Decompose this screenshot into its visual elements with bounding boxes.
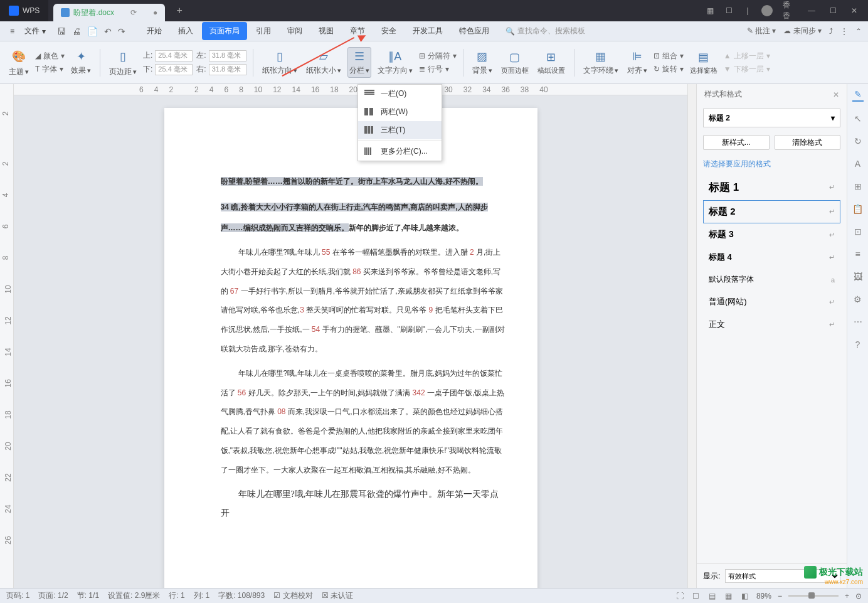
- more-tools-icon[interactable]: ⋯: [852, 316, 864, 328]
- zoom-out-icon[interactable]: −: [778, 592, 782, 600]
- help-icon[interactable]: ?: [852, 339, 864, 350]
- top-input[interactable]: [155, 50, 193, 61]
- right-input[interactable]: [209, 64, 246, 75]
- tab-special[interactable]: 特色应用: [452, 22, 497, 40]
- menu-icon[interactable]: ≡: [6, 24, 18, 38]
- user-avatar[interactable]: [761, 5, 773, 16]
- group-button[interactable]: ⊡ 组合 ▾: [654, 51, 684, 61]
- border-button[interactable]: ▢页面边框: [499, 50, 531, 75]
- close-button[interactable]: ✕: [849, 6, 859, 15]
- two-column[interactable]: 两栏(W): [358, 103, 442, 121]
- zoom-in-icon[interactable]: +: [845, 592, 849, 600]
- font-button[interactable]: T 字体 ▾: [35, 64, 65, 75]
- margin-button[interactable]: ▯ 页边距 ▾: [107, 48, 139, 77]
- style-normal-web[interactable]: 普通(网站)↵: [703, 291, 840, 313]
- lineno-button[interactable]: ≣ 行号 ▾: [419, 64, 457, 75]
- tab-review[interactable]: 审阅: [280, 22, 310, 40]
- word-count[interactable]: 字数: 108/893: [218, 590, 265, 601]
- sync-button[interactable]: ☁ 未同步 ▾: [783, 26, 822, 36]
- size-button[interactable]: ▱纸张大小 ▾: [304, 49, 344, 76]
- view-fullscreen-icon[interactable]: ⛶: [675, 591, 685, 601]
- app-icon-2[interactable]: ☐: [724, 6, 734, 15]
- rotate-button[interactable]: ↻ 旋转 ▾: [654, 64, 684, 75]
- tab-sync-icon[interactable]: ⟳: [130, 8, 137, 17]
- new-tab-button[interactable]: +: [171, 3, 188, 19]
- columns-button[interactable]: ☰分栏 ▾: [347, 47, 371, 78]
- scrollbar[interactable]: [687, 84, 696, 588]
- text-icon[interactable]: A: [852, 158, 864, 169]
- undo-icon[interactable]: ↶: [104, 26, 112, 36]
- style-heading-4[interactable]: 标题 4↵: [703, 246, 840, 269]
- break-button[interactable]: ⊟ 分隔符 ▾: [419, 51, 457, 61]
- annotate-button[interactable]: ✎ 批注 ▾: [747, 26, 776, 36]
- paragraph-3[interactable]: 年味儿在哪里?哦,年味儿 55 在爷爷一幅幅笔墨飘香的对联里。进入腊 2 月,街…: [221, 243, 506, 359]
- theme-button[interactable]: 🎨 主题 ▾: [6, 48, 31, 77]
- tab-view[interactable]: 视图: [311, 22, 341, 40]
- minimize-button[interactable]: —: [807, 6, 817, 15]
- collapse-icon[interactable]: ⌃: [855, 27, 862, 36]
- search-bar[interactable]: 🔍 查找命令、搜索模板: [505, 26, 585, 36]
- view-read-icon[interactable]: ▤: [707, 591, 717, 601]
- cursor-icon[interactable]: ↖: [852, 113, 864, 124]
- list-icon[interactable]: ≡: [852, 248, 864, 260]
- tab-layout[interactable]: 页面布局: [202, 22, 247, 40]
- table-icon[interactable]: ⊞: [852, 181, 864, 192]
- tab-chapter[interactable]: 章节: [342, 22, 373, 40]
- save-icon[interactable]: 🖫: [57, 26, 66, 36]
- new-style-button[interactable]: 新样式...: [703, 135, 770, 150]
- bottom-input[interactable]: [155, 64, 193, 75]
- style-default-font[interactable]: 默认段落字体a: [703, 269, 840, 291]
- tab-start[interactable]: 开始: [139, 22, 169, 40]
- effect-button[interactable]: ✦ 效果 ▾: [68, 49, 93, 76]
- selpane-button[interactable]: ▤选择窗格: [687, 50, 720, 75]
- paragraph-2[interactable]: 34 瞧,拎着大大小小行李箱的人在街上行走,汽车的鸣笛声,商店的叫卖声,人的脚步…: [221, 196, 506, 238]
- document-tab[interactable]: 盼望着.docx ⟳ ●: [53, 4, 165, 21]
- fit-icon[interactable]: ⊙: [855, 592, 862, 600]
- paragraph-1[interactable]: 盼望着,盼望着……翘首以盼的新年近了。街市上车水马龙,人山人海,好不热闹。: [221, 171, 506, 191]
- style-heading-1[interactable]: 标题 1↵: [703, 174, 840, 200]
- page-code[interactable]: 页码: 1: [6, 590, 29, 601]
- page-count[interactable]: 页面: 1/2: [38, 590, 68, 601]
- style-heading-2[interactable]: 标题 2↵: [703, 200, 840, 223]
- style-body[interactable]: 正文↵: [703, 313, 840, 336]
- grid-button[interactable]: ⊞稿纸设置: [535, 50, 568, 75]
- current-style-select[interactable]: 标题 2▾: [703, 109, 840, 127]
- more-icon[interactable]: ⋮: [840, 27, 848, 36]
- left-input[interactable]: [209, 50, 246, 61]
- preview-icon[interactable]: 📄: [87, 26, 98, 36]
- tab-dev[interactable]: 开发工具: [405, 22, 450, 40]
- style-heading-3[interactable]: 标题 3↵: [703, 223, 840, 246]
- clipboard-icon[interactable]: 📋: [852, 203, 864, 215]
- tab-security[interactable]: 安全: [374, 22, 404, 40]
- color-button[interactable]: ◢ 颜色 ▾: [35, 51, 65, 61]
- zoom-slider[interactable]: [788, 595, 839, 597]
- link-icon[interactable]: ⊡: [852, 226, 864, 237]
- image-icon[interactable]: 🖼: [852, 271, 864, 282]
- orient-button[interactable]: ▯纸张方向 ▾: [260, 49, 300, 76]
- wrap-button[interactable]: ▦文字环绕 ▾: [581, 49, 621, 76]
- share-icon[interactable]: ⤴: [829, 27, 833, 36]
- tab-reference[interactable]: 引用: [248, 22, 278, 40]
- tab-insert[interactable]: 插入: [171, 22, 201, 40]
- view-web-icon[interactable]: ▦: [724, 591, 734, 601]
- app-icon-1[interactable]: ▦: [705, 6, 715, 15]
- redo-icon[interactable]: ↷: [118, 26, 125, 36]
- three-column[interactable]: 三栏(T): [358, 121, 442, 139]
- paragraph-5[interactable]: 年味儿在哪里?哦,年味儿在那震耳欲聋的爆竹声中。新年第一天零点开: [221, 485, 506, 524]
- maximize-button[interactable]: ☐: [828, 6, 838, 15]
- align-button[interactable]: ⊫对齐 ▾: [625, 49, 650, 76]
- proof[interactable]: ☑ 文档校对: [273, 590, 312, 601]
- one-column[interactable]: 一栏(O): [358, 85, 442, 103]
- paragraph-4[interactable]: 年味儿在哪里?哦,年味儿在一桌桌香喷喷的菜肴里。腊月底,妈妈为过年的饭菜忙活了 …: [221, 364, 506, 480]
- clear-format-button[interactable]: 清除格式: [775, 135, 841, 150]
- sidebar-close-icon[interactable]: ✕: [833, 90, 839, 99]
- file-menu[interactable]: 文件 ▾: [21, 23, 50, 39]
- bg-button[interactable]: ▨背景 ▾: [470, 49, 495, 76]
- view-outline-icon[interactable]: ◧: [740, 591, 750, 601]
- textdir-button[interactable]: ∥A文字方向 ▾: [375, 49, 415, 76]
- pencil-icon[interactable]: ✎: [852, 90, 864, 102]
- zoom-value[interactable]: 89%: [756, 592, 771, 600]
- tab-close-icon[interactable]: ●: [153, 8, 157, 17]
- rotate-icon[interactable]: ↻: [852, 136, 864, 147]
- cert[interactable]: ☒ 未认证: [322, 590, 353, 601]
